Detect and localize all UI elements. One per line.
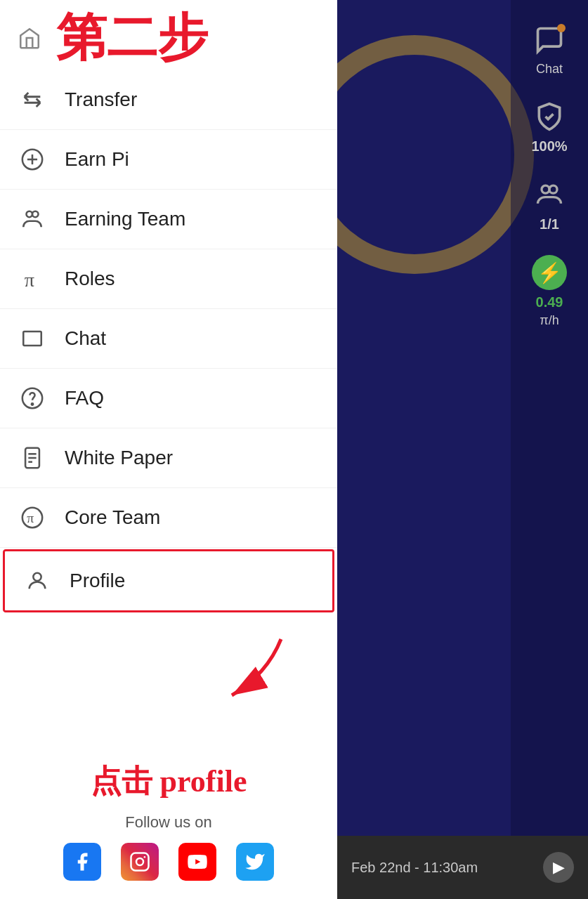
svg-rect-6 — [23, 332, 41, 346]
faq-label: FAQ — [65, 387, 104, 409]
right-sidebar: Chat 100% 1/1 — [511, 0, 588, 899]
chat-sidebar-label: Chat — [536, 62, 563, 77]
chat-badge — [557, 24, 566, 32]
core-team-label: Core Team — [65, 506, 160, 529]
menu-item-faq[interactable]: FAQ — [0, 369, 337, 428]
step-title: 第二步 — [56, 13, 208, 63]
sidebar-team-block[interactable]: 1/1 — [528, 169, 571, 239]
roles-label: Roles — [65, 268, 115, 290]
menu-item-earning-team[interactable]: Earning Team — [0, 190, 337, 249]
bottom-bar: Feb 22nd - 11:30am ▶ — [337, 836, 588, 899]
pi-logo-background — [337, 35, 534, 274]
svg-point-15 — [33, 573, 41, 581]
menu-list: Transfer Earn Pi Earning T — [0, 70, 337, 744]
lightning-icon: ⚡ — [532, 255, 567, 290]
menu-item-earn-pi[interactable]: Earn Pi — [0, 130, 337, 190]
svg-point-21 — [542, 185, 549, 193]
home-icon[interactable] — [14, 22, 45, 53]
menu-item-core-team[interactable]: π Core Team — [0, 488, 337, 548]
click-profile-text: 点击 profile — [14, 761, 323, 802]
menu-item-roles[interactable]: π Roles — [0, 249, 337, 309]
menu-item-profile[interactable]: Profile — [3, 549, 334, 612]
facebook-icon[interactable] — [63, 843, 101, 881]
earn-pi-label: Earn Pi — [65, 148, 129, 171]
bottom-section: 点击 profile Follow us on — [0, 744, 337, 899]
shield-value: 100% — [531, 138, 567, 155]
shield-icon — [530, 98, 568, 136]
rate-unit: π/h — [540, 313, 558, 328]
chat-icon — [17, 323, 48, 354]
white-paper-icon — [17, 442, 48, 473]
menu-item-chat[interactable]: Chat — [0, 309, 337, 369]
svg-point-22 — [549, 185, 557, 193]
chat-label: Chat — [65, 327, 106, 350]
sidebar-rate-block[interactable]: ⚡ 0.49 π/h — [528, 247, 571, 335]
svg-point-19 — [144, 856, 146, 858]
transfer-icon — [17, 84, 48, 115]
youtube-icon[interactable] — [178, 843, 216, 881]
rate-icon: ⚡ — [530, 254, 568, 291]
team-value: 1/1 — [540, 216, 559, 232]
profile-icon — [22, 565, 53, 596]
svg-text:π: π — [25, 269, 34, 291]
white-paper-label: White Paper — [65, 447, 173, 469]
chat-bubble-icon — [530, 21, 568, 59]
faq-icon — [17, 383, 48, 414]
svg-rect-17 — [131, 853, 149, 871]
sidebar-shield-block[interactable]: 100% — [528, 91, 571, 162]
date-label: Feb 22nd - 11:30am — [351, 860, 478, 876]
transfer-label: Transfer — [65, 88, 137, 111]
sidebar-chat-block[interactable]: Chat — [528, 14, 571, 84]
earn-pi-icon — [17, 144, 48, 175]
svg-point-4 — [32, 211, 39, 218]
earning-team-label: Earning Team — [65, 208, 185, 230]
header: 第二步 — [0, 0, 337, 70]
send-button[interactable]: ▶ — [543, 852, 574, 883]
follow-text: Follow us on — [14, 813, 323, 832]
svg-text:π: π — [27, 510, 34, 525]
rate-value: 0.49 — [536, 294, 563, 310]
social-icons — [14, 843, 323, 888]
instagram-icon[interactable] — [121, 843, 159, 881]
team-icon — [530, 176, 568, 214]
profile-label: Profile — [70, 570, 125, 592]
core-team-icon: π — [17, 502, 48, 533]
earning-team-icon — [17, 204, 48, 235]
right-panel: Chat 100% 1/1 — [337, 0, 588, 899]
svg-point-8 — [32, 403, 33, 405]
menu-item-white-paper[interactable]: White Paper — [0, 428, 337, 488]
twitter-icon[interactable] — [236, 843, 274, 881]
svg-point-3 — [27, 211, 33, 218]
left-panel: 第二步 Transfer Earn Pi — [0, 0, 337, 899]
menu-item-transfer[interactable]: Transfer — [0, 70, 337, 130]
svg-point-18 — [136, 858, 143, 865]
roles-icon: π — [17, 263, 48, 294]
